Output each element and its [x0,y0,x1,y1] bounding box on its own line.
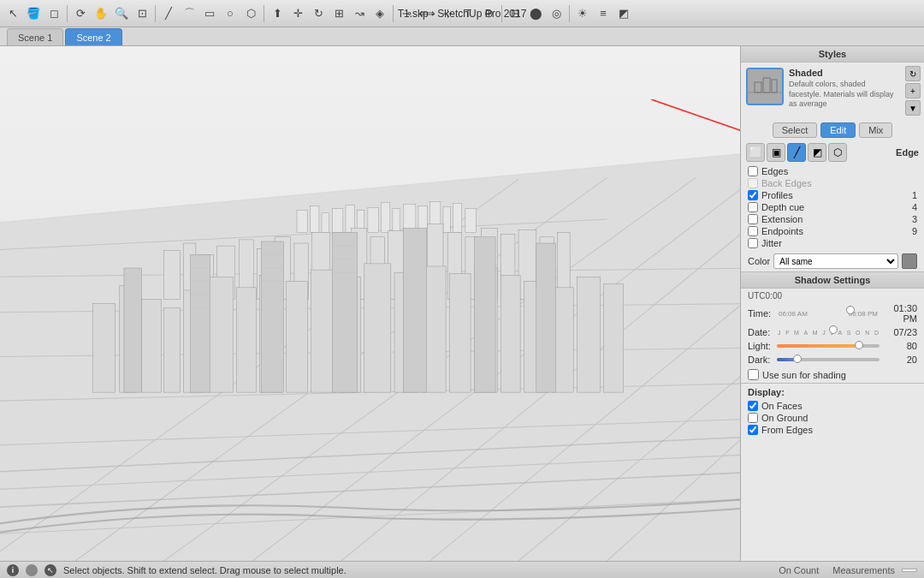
style-icon-row: ⬜ ▣ ╱ ◩ ⬡ Edge [741,141,924,164]
sep4 [393,5,394,22]
toolbar-walk[interactable]: ⬤ [526,4,545,23]
toolbar-zoom-extent[interactable]: ⊡ [133,4,151,23]
toolbar-dim[interactable]: ⟺ [418,4,436,23]
toolbar-select[interactable]: ↖ [3,4,22,23]
styles-panel: Styles [741,46,924,272]
watermark-edit-icon[interactable]: ◩ [808,143,826,162]
date-slider-thumb [829,325,838,334]
toolbar-eraser[interactable]: ◻ [44,4,63,23]
update-style-icon[interactable]: ↻ [905,66,921,81]
toolbar-offset[interactable]: ◈ [370,4,389,23]
time-value: 01:30 PM [883,303,917,324]
toolbar-scale[interactable]: ⊞ [329,4,348,23]
time-min-label: 06:08 AM [779,310,808,318]
sun-shading-row: Use sun for shading [741,366,924,383]
svg-rect-77 [191,255,210,393]
toolbar-line[interactable]: ╱ [159,4,178,23]
light-slider-track[interactable] [777,344,880,348]
toolbar-rect[interactable]: ▭ [200,4,219,23]
edges-label: Edges [761,166,917,176]
dark-label: Dark: [748,355,773,365]
svg-rect-25 [368,208,378,233]
toolbar-axes[interactable]: ⊕ [479,4,498,23]
toolbar-fog[interactable]: ≡ [594,4,613,23]
month-j2: J [822,330,826,336]
jitter-label: Jitter [761,238,917,248]
tab-edit[interactable]: Edit [820,122,856,138]
month-f: F [785,330,789,336]
toolbar-proto[interactable]: ⊹ [438,4,457,23]
toolbar-follow[interactable]: ↝ [350,4,369,23]
date-slider-row: Date: J F M A M J J A S [741,325,924,339]
toolbar-orbit[interactable]: ⟳ [71,4,90,23]
measurements-box[interactable] [902,569,917,572]
back-edges-checkbox[interactable] [748,178,758,188]
toolbar-section[interactable]: ⊟ [506,4,524,23]
background-edit-icon[interactable]: ▣ [767,143,785,162]
create-style-icon[interactable]: + [905,83,921,98]
scene-tab-1[interactable]: Scene 1 [7,28,63,45]
edges-checkbox[interactable] [748,166,758,176]
extension-row: Extension 3 [748,213,917,225]
depthcue-checkbox[interactable] [748,202,758,212]
toolbar-shadows[interactable]: ☀ [573,4,592,23]
toolbar-circle[interactable]: ○ [221,4,240,23]
on-ground-checkbox[interactable] [748,413,758,423]
edges-edit-icon[interactable]: ╱ [787,143,806,162]
style-options-icon[interactable]: ▼ [905,100,921,116]
month-j1: J [778,330,781,336]
style-desc: Default colors, shaded facestyle. Materi… [789,80,900,110]
dark-slider-thumb [793,355,802,363]
toolbar-paint[interactable]: 🪣 [24,4,43,23]
toolbar-pushpull[interactable]: ⬆ [268,4,287,23]
color-swatch[interactable] [902,253,917,269]
profiles-label: Profiles [761,190,900,200]
jitter-checkbox[interactable] [748,238,758,248]
on-faces-row: On Faces [748,400,917,412]
endpoints-checkbox[interactable] [748,226,758,236]
info-icon: i [7,564,19,576]
toolbar-pan[interactable]: ✋ [92,4,110,23]
modeling-edit-icon[interactable]: ⬡ [828,143,847,162]
from-edges-checkbox[interactable] [748,425,758,435]
3d-viewport-svg [0,46,740,561]
toolbar-zoom[interactable]: 🔍 [112,4,131,23]
viewport[interactable] [0,46,740,561]
style-name: Shaded [789,68,900,78]
toolbar-style[interactable]: ◩ [614,4,633,23]
scene-tab-2[interactable]: Scene 2 [65,28,121,45]
toolbar-text[interactable]: T [459,4,477,23]
dark-slider-track[interactable] [777,358,880,361]
sep5 [501,5,502,22]
toolbar-rotate[interactable]: ↻ [309,4,328,23]
display-section: Display: On Faces On Ground From Edges [741,383,924,439]
styles-top: Shaded Default colors, shaded facestyle.… [741,63,905,119]
on-ground-row: On Ground [748,412,917,424]
light-slider-fill [777,344,859,348]
color-select[interactable]: All same By material By object By layer [773,253,898,269]
sun-shading-checkbox[interactable] [748,369,759,380]
profiles-checkbox[interactable] [748,190,758,200]
jitter-row: Jitter [748,237,917,249]
svg-rect-72 [500,275,520,392]
svg-rect-34 [164,250,181,299]
extension-value: 3 [903,214,917,224]
style-thumbnail[interactable] [746,68,784,105]
toolbar-tape[interactable]: ⊸ [397,4,416,23]
tab-select[interactable]: Select [773,122,818,138]
endpoints-value: 9 [903,226,917,236]
display-title: Display: [748,387,917,397]
on-faces-checkbox[interactable] [748,401,758,411]
svg-rect-61 [208,277,233,392]
back-edges-row: Back Edges [748,177,917,189]
toolbar-polygon[interactable]: ⬡ [241,4,260,23]
style-panel-tabs: Select Edit Mix [741,119,924,141]
toolbar-move[interactable]: ✛ [288,4,307,23]
on-faces-label: On Faces [761,401,917,411]
toolbar-arc[interactable]: ⌒ [180,4,198,23]
extension-checkbox[interactable] [748,214,758,224]
tab-mix[interactable]: Mix [859,122,892,138]
toolbar-look[interactable]: ◎ [547,4,566,23]
faces-edit-icon[interactable]: ⬜ [746,143,765,162]
depthcue-label: Depth cue [761,202,900,212]
